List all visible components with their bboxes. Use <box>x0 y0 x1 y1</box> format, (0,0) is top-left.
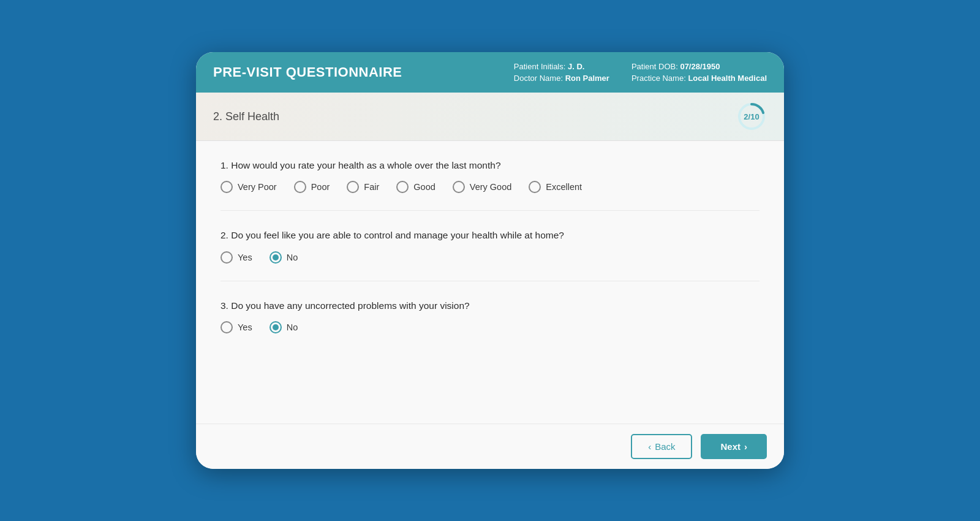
label-fair: Fair <box>364 182 379 192</box>
next-chevron-icon: › <box>744 441 747 452</box>
question-1-options: Very Poor Poor Fair Good Very Good <box>221 181 760 193</box>
radio-q3-yes[interactable] <box>221 321 233 333</box>
tablet-frame: PRE-VISIT QUESTIONNAIRE Patient Initials… <box>196 52 784 469</box>
radio-q2-yes[interactable] <box>221 251 233 264</box>
radio-fair[interactable] <box>347 181 359 193</box>
option-q3-yes[interactable]: Yes <box>221 321 252 333</box>
option-good[interactable]: Good <box>396 181 435 193</box>
patient-info-left: Patient Initials: J. D. Doctor Name: Ron… <box>514 62 609 83</box>
label-excellent: Excellent <box>546 182 582 192</box>
question-2: 2. Do you feel like you are able to cont… <box>221 228 760 263</box>
radio-poor[interactable] <box>294 181 306 193</box>
radio-excellent[interactable] <box>529 181 541 193</box>
back-button[interactable]: ‹ Back <box>631 434 692 459</box>
option-very-good[interactable]: Very Good <box>453 181 512 193</box>
back-chevron-icon: ‹ <box>648 441 651 452</box>
radio-very-poor[interactable] <box>221 181 233 193</box>
divider-2 <box>221 281 760 281</box>
radio-very-good[interactable] <box>453 181 465 193</box>
patient-initials-row: Patient Initials: J. D. <box>514 62 609 71</box>
back-label: Back <box>655 441 675 452</box>
footer: ‹ Back Next › <box>196 424 784 469</box>
doctor-name-value: Ron Palmer <box>565 74 609 83</box>
radio-q3-no-inner <box>273 324 279 330</box>
label-poor: Poor <box>311 182 330 192</box>
header-info: Patient Initials: J. D. Doctor Name: Ron… <box>514 62 767 83</box>
label-q2-no: No <box>287 253 298 262</box>
practice-name-row: Practice Name: Local Health Medical <box>631 74 767 83</box>
question-2-options: Yes No <box>221 251 760 264</box>
label-good: Good <box>413 182 435 192</box>
progress-label: 2/10 <box>744 112 759 121</box>
option-excellent[interactable]: Excellent <box>529 181 582 193</box>
option-q2-yes[interactable]: Yes <box>221 251 252 264</box>
patient-initials-value: J. D. <box>568 62 584 71</box>
option-poor[interactable]: Poor <box>294 181 330 193</box>
header: PRE-VISIT QUESTIONNAIRE Patient Initials… <box>196 52 784 93</box>
question-2-text: 2. Do you feel like you are able to cont… <box>221 228 760 242</box>
label-q3-yes: Yes <box>238 322 252 332</box>
radio-q3-no[interactable] <box>270 321 282 333</box>
questionnaire-title: PRE-VISIT QUESTIONNAIRE <box>213 64 402 80</box>
question-1: 1. How would you rate your health as a w… <box>221 158 760 193</box>
question-1-text: 1. How would you rate your health as a w… <box>221 158 760 172</box>
radio-good[interactable] <box>396 181 409 193</box>
radio-q2-no[interactable] <box>270 251 282 264</box>
question-3-options: Yes No <box>221 321 760 333</box>
option-very-poor[interactable]: Very Poor <box>221 181 277 193</box>
option-fair[interactable]: Fair <box>347 181 379 193</box>
question-3-text: 3. Do you have any uncorrected problems … <box>221 299 760 313</box>
label-very-good: Very Good <box>470 182 512 192</box>
patient-dob-row: Patient DOB: 07/28/1950 <box>631 62 767 71</box>
label-q3-no: No <box>287 322 298 332</box>
next-button[interactable]: Next › <box>701 434 767 459</box>
divider-1 <box>221 210 760 211</box>
radio-q2-no-inner <box>273 254 279 260</box>
content-area: 1. How would you rate your health as a w… <box>196 141 784 424</box>
next-label: Next <box>720 441 741 452</box>
doctor-name-row: Doctor Name: Ron Palmer <box>514 74 609 83</box>
option-q2-no[interactable]: No <box>270 251 298 264</box>
question-3: 3. Do you have any uncorrected problems … <box>221 299 760 333</box>
patient-dob-value: 07/28/1950 <box>680 62 720 71</box>
patient-info-right: Patient DOB: 07/28/1950 Practice Name: L… <box>631 62 767 83</box>
label-very-poor: Very Poor <box>238 182 277 192</box>
practice-name-value: Local Health Medical <box>688 74 767 83</box>
label-q2-yes: Yes <box>238 253 252 262</box>
option-q3-no[interactable]: No <box>270 321 298 333</box>
progress-circle: 2/10 <box>736 101 767 132</box>
section-bar: 2. Self Health 2/10 <box>196 93 784 141</box>
section-title: 2. Self Health <box>213 110 279 123</box>
